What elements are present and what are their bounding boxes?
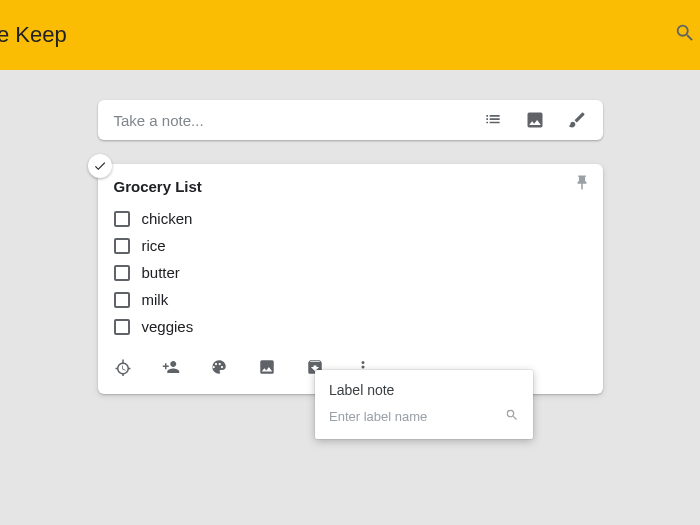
label-input-row	[329, 408, 519, 425]
remind-icon[interactable]	[114, 358, 132, 380]
list-item-label: chicken	[142, 210, 193, 227]
list-item[interactable]: chicken	[114, 205, 587, 232]
search-icon[interactable]	[674, 22, 696, 48]
pin-icon[interactable]	[573, 174, 591, 196]
label-popup: Label note	[315, 370, 533, 439]
note-title[interactable]: Grocery List	[114, 178, 587, 195]
new-drawing-icon[interactable]	[567, 110, 587, 130]
label-popup-title: Label note	[329, 382, 519, 398]
checkbox[interactable]	[114, 319, 130, 335]
checkbox[interactable]	[114, 211, 130, 227]
select-note-icon[interactable]	[88, 154, 112, 178]
label-name-input[interactable]	[329, 409, 489, 424]
app-title: le Keep	[0, 22, 67, 48]
checkbox[interactable]	[114, 292, 130, 308]
list-item-label: rice	[142, 237, 166, 254]
search-small-icon[interactable]	[505, 408, 519, 425]
list-item[interactable]: veggies	[114, 313, 587, 340]
list-item-label: butter	[142, 264, 180, 281]
checkbox[interactable]	[114, 238, 130, 254]
list-item[interactable]: milk	[114, 286, 587, 313]
note-card[interactable]: Grocery List chicken rice butter milk ve…	[98, 164, 603, 394]
list-item-label: veggies	[142, 318, 194, 335]
app-header: le Keep	[0, 0, 700, 70]
checkbox[interactable]	[114, 265, 130, 281]
compose-placeholder: Take a note...	[114, 112, 483, 129]
palette-icon[interactable]	[210, 358, 228, 380]
new-list-icon[interactable]	[483, 110, 503, 130]
image-icon[interactable]	[258, 358, 276, 380]
list-item-label: milk	[142, 291, 169, 308]
collaborator-icon[interactable]	[162, 358, 180, 380]
compose-bar[interactable]: Take a note...	[98, 100, 603, 140]
list-item[interactable]: butter	[114, 259, 587, 286]
new-image-icon[interactable]	[525, 110, 545, 130]
list-item[interactable]: rice	[114, 232, 587, 259]
compose-actions	[483, 110, 587, 130]
